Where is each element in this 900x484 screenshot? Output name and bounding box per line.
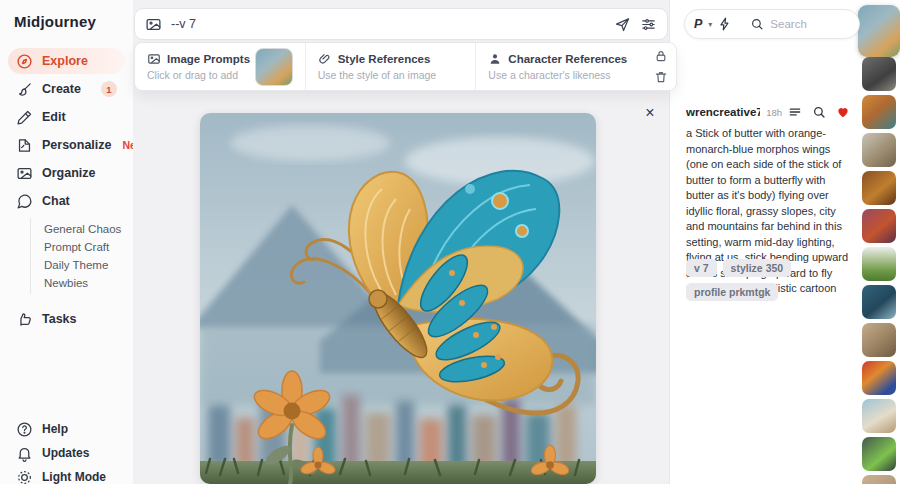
sidebar-item-tasks[interactable]: Tasks [8,306,125,332]
sidebar-item-label: Chat [42,194,70,208]
section-title: Style References [338,53,431,65]
help-icon [16,421,33,438]
search-input[interactable] [770,18,856,30]
sidebar-item-edit[interactable]: Edit [8,104,125,130]
app-title: Midjourney [14,13,96,30]
chat-channel-daily-theme[interactable]: Daily Theme [31,256,133,274]
post-meta-header: wrencreative77… 18h [686,105,850,119]
sidebar-item-label: Help [42,422,68,436]
sidebar-item-explore[interactable]: Explore [8,48,125,74]
midjourney-app: Midjourney Explore Create 1 Edit [0,0,900,484]
image-prompt-thumbnail[interactable] [255,48,293,86]
chat-channel-prompt-craft[interactable]: Prompt Craft [31,238,133,256]
thumbnail-butterfly-over-city[interactable] [858,5,900,57]
sidebar-nav: Explore Create 1 Edit Personalize [0,46,133,334]
sidebar-item-organize[interactable]: Organize [8,160,125,186]
image-prompts-dropzone[interactable]: Image Prompts Click or drag to add [135,43,306,90]
chat-channel-list: General Chaos Prompt Craft Daily Theme N… [30,218,133,294]
lock-icon[interactable] [654,49,668,63]
chevron-down-icon[interactable]: ▾ [708,20,712,29]
send-icon[interactable] [614,16,631,33]
sidebar-item-label: Create [42,82,81,96]
section-subtitle: Use a character's likeness [488,69,627,81]
search-prompt-icon[interactable] [812,105,826,119]
main-artwork-butterfly-image[interactable] [200,113,596,484]
brush-icon [16,81,33,98]
image-icon [147,52,161,66]
sidebar-item-help[interactable]: Help [8,418,125,440]
thumbnail-hanging-plant[interactable] [862,247,896,281]
sidebar-item-label: Tasks [42,312,77,326]
prompt-bar[interactable]: --v 7 [134,8,668,40]
section-subtitle: Use the style of an image [318,69,436,81]
image-icon [16,165,33,182]
sidebar-item-label: Personalize [42,138,111,152]
lightning-bolt-icon[interactable] [718,17,732,31]
thumbnail-portrait-headscarf[interactable] [862,95,896,129]
thumbnail-underwater-diver[interactable] [862,285,896,319]
top-search-bar: P ▾ [684,9,860,39]
tag-stylize[interactable]: stylize 350 [723,259,792,277]
chat-channel-newbies[interactable]: Newbies [31,274,133,292]
parameter-tags: v 7 stylize 350 profile prkmtgk [686,259,852,301]
sidebar-item-create[interactable]: Create 1 [8,76,125,102]
tag-profile[interactable]: profile prkmtgk [686,283,778,301]
thumbnail-ancient-ruins[interactable] [862,323,896,357]
section-title: Image Prompts [167,53,250,65]
thumbnail-rail [858,0,900,484]
sidebar-item-chat[interactable]: Chat [8,188,125,214]
sidebar-item-label: Light Mode [42,470,106,484]
image-icon[interactable] [145,16,162,33]
search-icon [750,17,764,31]
thumbnail-pastry-box[interactable] [862,133,896,167]
sidebar-item-label: Edit [42,110,66,124]
paperclip-icon [318,52,332,66]
sun-icon [16,469,33,484]
thumbnail-tan-partial[interactable] [862,475,896,484]
thumbnail-pop-art-portrait[interactable] [862,361,896,395]
options-menu-icon[interactable] [788,105,802,119]
pencil-icon [16,109,33,126]
sidebar-item-label: Explore [42,54,88,68]
username[interactable]: wrencreative77… [686,106,760,118]
style-references-dropzone[interactable]: Style References Use the style of an ima… [306,43,477,90]
chat-bubble-icon [16,193,33,210]
sidebar: Midjourney Explore Create 1 Edit [0,0,133,484]
mode-p-button[interactable]: P [694,17,702,31]
section-subtitle: Click or drag to add [147,69,250,81]
thumbnail-green-monster[interactable] [862,437,896,471]
prompt-input[interactable]: --v 7 [171,17,605,31]
thumbnail-roasted-dish[interactable] [862,171,896,205]
pen-book-icon [16,137,33,154]
bell-icon [16,445,33,462]
sidebar-item-updates[interactable]: Updates [8,442,125,464]
sidebar-footer: Help Updates Light Mode [0,416,133,484]
sidebar-item-personalize[interactable]: Personalize New! [8,132,125,158]
reference-panel: Image Prompts Click or drag to add Style… [134,42,677,91]
settings-sliders-icon[interactable] [640,16,657,33]
character-references-dropzone[interactable]: Character References Use a character's l… [476,43,646,90]
chat-channel-general-chaos[interactable]: General Chaos [31,220,133,238]
tag-version[interactable]: v 7 [686,259,717,277]
thumbs-up-icon [16,311,33,328]
sidebar-item-light-mode[interactable]: Light Mode [8,466,125,484]
thumbnail-lemur[interactable] [862,57,896,91]
like-heart-icon[interactable] [836,105,850,119]
create-notification-badge: 1 [101,81,117,97]
thumbnail-dog-on-beach[interactable] [862,399,896,433]
section-title: Character References [508,53,627,65]
thumbnail-fantasy-creature[interactable] [862,209,896,243]
person-icon [488,52,502,66]
close-icon[interactable]: × [640,103,660,123]
trash-icon[interactable] [654,70,668,84]
sidebar-item-label: Updates [42,446,89,460]
timestamp: 18h [766,107,782,118]
sidebar-item-label: Organize [42,166,96,180]
compass-icon [16,53,33,70]
